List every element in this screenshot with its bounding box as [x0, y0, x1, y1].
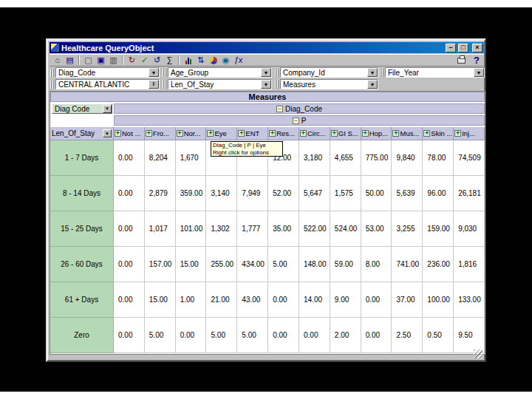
data-cell[interactable]: 0.00	[114, 176, 145, 211]
data-cell[interactable]: 0.00	[114, 247, 145, 282]
data-cell[interactable]: 9.00	[330, 282, 361, 318]
data-cell[interactable]: 3,140	[206, 176, 237, 211]
copy-icon[interactable]: ▣	[95, 55, 107, 66]
data-cell[interactable]: 0.00	[361, 282, 392, 318]
dropdown-arrow-icon[interactable]: ▼	[261, 80, 271, 89]
data-cell[interactable]: 2.00	[330, 318, 361, 353]
drag-grip-icon[interactable]	[50, 81, 54, 89]
expand-plus-icon[interactable]: +	[238, 130, 245, 137]
data-cell[interactable]: 37.00	[392, 282, 423, 318]
dropdown-arrow-icon[interactable]: ▼	[149, 68, 159, 77]
data-cell[interactable]: 236.00	[423, 247, 454, 282]
column-header[interactable]: +Nor...	[176, 127, 207, 140]
data-cell[interactable]: 52.00	[268, 176, 299, 211]
column-header[interactable]: +ENT	[237, 127, 268, 140]
page-band[interactable]: − P	[114, 115, 485, 126]
data-cell[interactable]: 0.50	[423, 318, 454, 353]
column-header[interactable]: +Not ...	[114, 127, 145, 140]
data-cell[interactable]: 524.00	[330, 211, 361, 247]
exit-icon[interactable]: ⌂	[51, 55, 64, 66]
data-cell[interactable]: 359.00	[176, 176, 207, 211]
column-header[interactable]: +Inj...	[454, 127, 485, 140]
help-button[interactable]: ?	[474, 55, 480, 66]
data-cell[interactable]: 434.00	[237, 247, 268, 282]
data-cell[interactable]: 9.50	[454, 318, 485, 353]
filter-diag-code[interactable]: Diag_Code ▼	[50, 67, 160, 78]
row-label[interactable]: 1 - 7 Days	[50, 140, 114, 176]
row-label[interactable]: 61 + Days	[50, 282, 114, 318]
filter-region-member[interactable]: CENTRAL ATLANTIC ⇕	[50, 79, 160, 89]
data-cell[interactable]: 5.00	[206, 318, 237, 353]
data-cell[interactable]: 133.00	[454, 282, 485, 318]
data-cell[interactable]: 5.00	[237, 318, 268, 353]
measures-band[interactable]: Measures	[50, 92, 485, 102]
filter-combo[interactable]: CENTRAL ATLANTIC ⇕	[55, 79, 160, 89]
bar-chart-icon[interactable]	[182, 55, 194, 66]
dropdown-arrow-icon[interactable]: ▼	[103, 129, 112, 137]
row-label[interactable]: 8 - 14 Days	[50, 176, 114, 211]
data-cell[interactable]: 0.00	[114, 211, 145, 247]
filter-combo[interactable]: Diag_Code ▼	[55, 67, 160, 78]
data-cell[interactable]: 7,949	[237, 176, 268, 211]
data-cell[interactable]: 78.00	[423, 140, 454, 176]
filter-company-id[interactable]: Company_Id ▼	[275, 67, 378, 78]
sort-icon[interactable]: ⇅	[194, 55, 207, 66]
data-cell[interactable]: 8.00	[361, 247, 392, 282]
data-cell[interactable]: 8,204	[145, 140, 176, 176]
dropdown-arrow-icon[interactable]: ▼	[261, 68, 271, 77]
data-cell[interactable]: 0.00	[299, 318, 330, 353]
expand-plus-icon[interactable]: +	[177, 130, 183, 137]
collapse-minus-icon[interactable]: −	[276, 106, 283, 112]
data-cell[interactable]: 50.00	[361, 176, 392, 211]
expand-plus-icon[interactable]: +	[146, 130, 152, 137]
row-dimension-button[interactable]: Diag Code ▼	[52, 103, 112, 114]
data-cell[interactable]: 775.00	[361, 140, 392, 176]
data-cell[interactable]: 5.00	[145, 318, 176, 353]
data-cell[interactable]: 741.00	[392, 247, 423, 282]
data-cell[interactable]: 21.00	[206, 282, 237, 318]
sum-icon[interactable]: ∑	[163, 55, 176, 66]
dropdown-arrow-icon[interactable]: ▼	[474, 68, 484, 77]
data-cell[interactable]: 1,670	[176, 140, 207, 176]
data-cell[interactable]: 9,030	[454, 211, 485, 247]
column-dimension-band[interactable]: − Diag_Code	[114, 103, 485, 114]
expand-plus-icon[interactable]: +	[300, 130, 307, 137]
data-cell[interactable]: 43.00	[237, 282, 268, 318]
filter-combo[interactable]: Age_Group ▼	[168, 67, 272, 78]
filter-file-year[interactable]: File_Year ▼	[380, 67, 485, 78]
row-label[interactable]: 15 - 25 Days	[50, 211, 114, 247]
design-view-icon[interactable]: ▤	[64, 55, 76, 66]
filter-len-of-stay[interactable]: Len_Of_Stay ▼	[163, 79, 272, 89]
data-cell[interactable]: 255.00	[206, 247, 237, 282]
data-cell[interactable]: 5.00	[268, 247, 299, 282]
data-cell[interactable]: 59.00	[330, 247, 361, 282]
data-cell[interactable]: 522.00	[299, 211, 330, 247]
pie-chart-icon[interactable]	[207, 55, 219, 66]
globe-icon[interactable]: ◉	[219, 55, 232, 66]
data-cell[interactable]: 26,181	[454, 176, 485, 211]
data-cell[interactable]: 5,639	[392, 176, 423, 211]
column-header[interactable]: +Circ...	[299, 127, 330, 140]
data-cell[interactable]: 96.00	[423, 176, 454, 211]
expand-plus-icon[interactable]: +	[115, 130, 121, 137]
data-cell[interactable]: 53.00	[361, 211, 392, 247]
column-header[interactable]: +Hop...	[361, 127, 392, 140]
apply-check-icon[interactable]: ✓	[138, 55, 151, 66]
expand-plus-icon[interactable]: +	[392, 130, 399, 137]
column-header[interactable]: +Res...	[268, 127, 299, 140]
column-header[interactable]: +GI S...	[330, 127, 361, 140]
minimize-button[interactable]: –	[446, 44, 456, 52]
expand-plus-icon[interactable]: +	[331, 130, 338, 137]
maximize-button[interactable]: □	[458, 44, 468, 52]
close-button[interactable]: ×	[472, 44, 482, 52]
row-label[interactable]: 26 - 60 Days	[50, 247, 114, 282]
drag-grip-icon[interactable]	[163, 69, 166, 77]
filter-age-group[interactable]: Age_Group ▼	[163, 67, 272, 78]
refresh-icon[interactable]: ↻	[126, 55, 138, 66]
spin-icon[interactable]: ⇕	[149, 80, 159, 89]
data-cell[interactable]: 1,575	[330, 176, 361, 211]
data-cell[interactable]: 0.00	[114, 318, 145, 353]
data-cell[interactable]: 1,777	[237, 211, 268, 247]
data-cell[interactable]: 2,879	[145, 176, 176, 211]
filter-combo[interactable]: Company_Id ▼	[280, 67, 378, 78]
